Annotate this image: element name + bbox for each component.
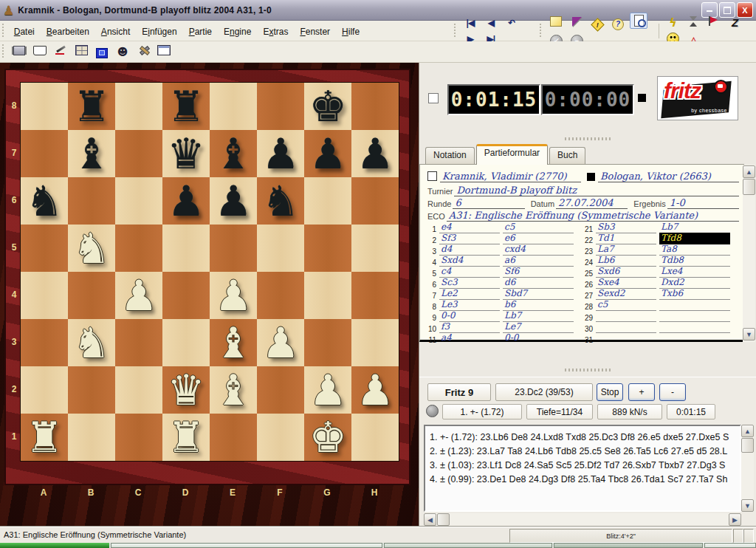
black-move-22[interactable]: Tfd8 (659, 233, 730, 244)
square-c8[interactable] (115, 83, 162, 130)
taskbar-button[interactable] (554, 543, 703, 548)
square-e7[interactable] (210, 130, 257, 177)
black-move-28[interactable] (659, 309, 730, 311)
square-e6[interactable] (210, 177, 257, 225)
white-move-1[interactable]: e4 (439, 222, 500, 233)
analysis-icon[interactable] (630, 13, 647, 29)
engine-scroll-up-button[interactable]: ▲ (741, 425, 754, 437)
first-move-icon[interactable]: |◀ (461, 15, 479, 31)
white-move-5[interactable]: c4 (439, 266, 500, 278)
scroll-up-button[interactable]: ▲ (743, 165, 755, 178)
engine-line-4[interactable]: 4. ± (0.99): 23.De1 De8 24.Dg3 Df8 25.Ta… (430, 473, 737, 487)
toolbar-grip[interactable] (454, 24, 457, 38)
square-b4[interactable] (68, 272, 115, 319)
menu-ansicht[interactable]: Ansicht (95, 24, 136, 39)
square-d1[interactable] (162, 414, 210, 461)
black-move-3[interactable]: cxd4 (503, 244, 574, 256)
black-move-29[interactable] (659, 321, 730, 322)
square-a1[interactable] (21, 414, 68, 461)
takeback-icon[interactable]: ↶ (503, 15, 520, 31)
black-move-6[interactable]: d6 (503, 277, 574, 289)
toolbar-grip[interactable] (2, 24, 5, 38)
engine-horizontal-scrollbar[interactable] (424, 513, 741, 526)
square-h8[interactable] (351, 83, 399, 130)
menu-extras[interactable]: Extras (257, 24, 294, 39)
white-move-7[interactable]: Le2 (439, 288, 500, 300)
square-b2[interactable] (68, 366, 115, 414)
black-move-25[interactable]: Lxe4 (659, 266, 730, 278)
square-h3[interactable] (351, 319, 399, 366)
tab-buch[interactable]: Buch (549, 147, 585, 165)
square-d7[interactable] (162, 130, 210, 177)
square-a6[interactable] (21, 177, 68, 225)
chess-board[interactable]: ♜♜♚♝♛♝♟♟♟♞♟♟♞♞♟♟♞♝♟♛♝♟♟♜♜♚ (20, 82, 399, 462)
square-e1[interactable] (210, 414, 257, 461)
square-f5[interactable] (257, 225, 304, 272)
square-a4[interactable] (21, 272, 68, 319)
white-move-3[interactable]: d4 (439, 244, 500, 256)
square-c2[interactable] (115, 366, 162, 414)
square-h4[interactable] (351, 272, 399, 319)
increase-lines-button[interactable]: + (628, 383, 655, 401)
square-f7[interactable] (257, 130, 304, 177)
resign-flag-icon[interactable] (705, 13, 723, 29)
white-to-move-indicator[interactable] (428, 93, 439, 103)
square-a2[interactable] (21, 366, 68, 414)
black-move-1[interactable]: c5 (503, 222, 574, 233)
horizontal-splitter[interactable] (419, 367, 756, 373)
menu-bearbeiten[interactable]: Bearbeiten (41, 24, 95, 39)
engine-analysis-lines[interactable]: 1. +- (1.72): 23.Lb6 De8 24.Lxd8 Txd8 25… (424, 425, 741, 512)
square-f2[interactable] (257, 366, 304, 414)
fullscreen-board-icon[interactable] (93, 45, 111, 61)
start-button[interactable] (0, 543, 109, 548)
blunder-check-icon[interactable]: Z (726, 14, 743, 30)
black-move-9[interactable]: Lb7 (503, 310, 574, 322)
square-f1[interactable] (257, 414, 304, 461)
square-g8[interactable] (304, 83, 351, 130)
square-d8[interactable] (162, 83, 210, 130)
white-move-6[interactable]: Sc3 (439, 277, 500, 289)
white-move-11[interactable]: a4 (439, 332, 500, 343)
black-move-21[interactable]: Lb7 (659, 222, 730, 233)
new-game-icon[interactable] (547, 13, 565, 30)
square-a5[interactable] (21, 225, 68, 272)
settings-tools-icon[interactable] (134, 42, 152, 58)
engine-h-scrollbar-thumb[interactable] (437, 513, 450, 526)
square-f8[interactable] (257, 83, 304, 130)
square-e4[interactable] (210, 272, 257, 319)
tab-partieformular[interactable]: Partieformular (476, 144, 548, 165)
black-move-27[interactable]: Txb6 (659, 288, 730, 300)
white-move-25[interactable]: Sxd6 (596, 266, 656, 278)
engine-current-move[interactable]: 23.Dc2 (39/53) (495, 383, 593, 401)
white-move-30[interactable] (596, 332, 656, 333)
tab-notation[interactable]: Notation (425, 147, 475, 165)
square-d5[interactable] (162, 225, 210, 272)
black-move-8[interactable]: b6 (503, 299, 574, 311)
decrease-lines-button[interactable]: - (659, 383, 686, 401)
square-a7[interactable] (21, 130, 68, 177)
stop-button[interactable]: Stop (597, 383, 623, 401)
white-move-28[interactable]: c5 (596, 299, 656, 311)
square-e5[interactable] (210, 225, 257, 272)
square-e2[interactable] (210, 366, 257, 414)
black-move-10[interactable]: Le7 (503, 321, 574, 333)
taskbar-button[interactable] (704, 543, 756, 548)
black-move-11[interactable]: 0-0 (503, 332, 574, 343)
square-h5[interactable] (351, 225, 399, 272)
menu-fenster[interactable]: Fenster (294, 24, 336, 39)
white-move-27[interactable]: Sexd2 (596, 288, 656, 300)
white-move-24[interactable]: Lb6 (596, 255, 656, 267)
black-move-23[interactable]: Ta8 (659, 244, 730, 256)
menu-einfügen[interactable]: Einfügen (136, 24, 182, 39)
white-move-4[interactable]: Sxd4 (439, 255, 500, 267)
square-d2[interactable] (162, 366, 210, 414)
white-move-21[interactable]: Sb3 (596, 222, 656, 233)
square-h1[interactable] (351, 414, 399, 461)
engine-switch-icon[interactable]: ϟ (664, 14, 681, 30)
menu-datei[interactable]: Datei (8, 24, 41, 39)
square-g7[interactable] (304, 130, 351, 177)
square-h6[interactable] (351, 177, 399, 225)
taskbar-button[interactable] (384, 543, 552, 548)
square-c6[interactable] (115, 177, 162, 225)
toolbar-grip[interactable] (2, 44, 6, 59)
